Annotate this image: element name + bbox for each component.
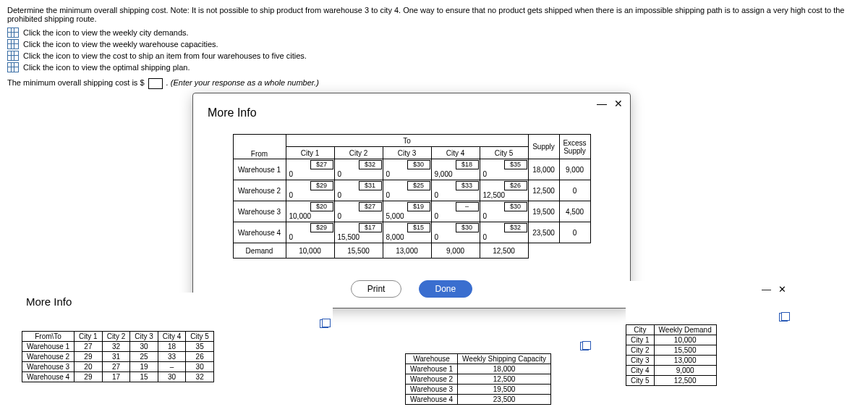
- answer-prefix: The minimum overall shipping cost is $: [7, 78, 145, 87]
- link-warehouse-caps[interactable]: Click the icon to view the weekly wareho…: [23, 40, 218, 49]
- link-shipping-costs[interactable]: Click the icon to view the cost to ship …: [23, 51, 307, 60]
- table-icon[interactable]: [7, 39, 19, 49]
- link-city-demands[interactable]: Click the icon to view the weekly city d…: [23, 28, 189, 37]
- link-optimal-plan[interactable]: Click the icon to view the optimal shipp…: [23, 63, 190, 72]
- table-icon[interactable]: [7, 51, 19, 61]
- more-info-modal: — ✕ More Info From To Supply Excess Supp…: [192, 93, 631, 93]
- answer-input[interactable]: [148, 78, 163, 89]
- table-icon[interactable]: [7, 28, 19, 38]
- table-icon[interactable]: [7, 62, 19, 72]
- answer-hint: . (Enter your response as a whole number…: [166, 78, 319, 87]
- question-text: Determine the minimum overall shipping c…: [7, 6, 868, 23]
